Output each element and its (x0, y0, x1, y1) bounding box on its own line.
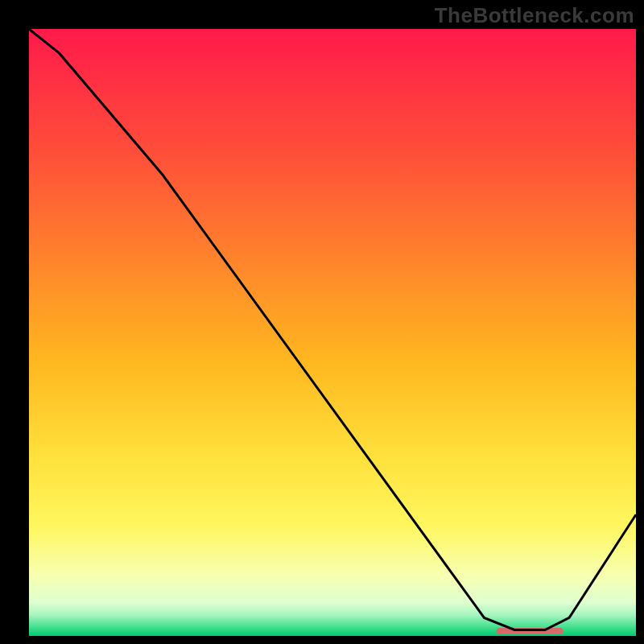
chart-svg (29, 29, 636, 636)
watermark-text: TheBottleneck.com (435, 3, 634, 28)
chart-frame: TheBottleneck.com (0, 0, 644, 644)
chart-plot-area (29, 29, 636, 636)
heat-background (29, 29, 636, 636)
